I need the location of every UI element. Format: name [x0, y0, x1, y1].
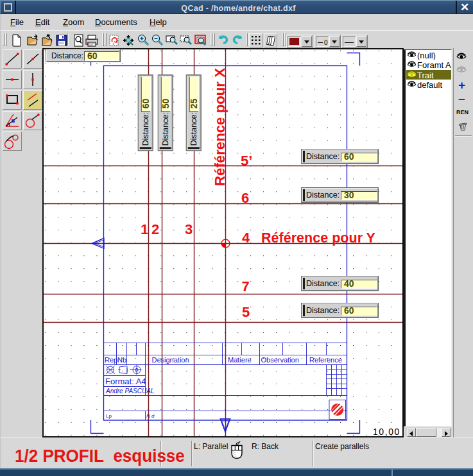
svg-text:Observation: Observation	[261, 356, 299, 364]
svg-text:1: 1	[141, 221, 148, 237]
svg-text:Référence pour Y: Référence pour Y	[261, 230, 375, 246]
svg-text:5: 5	[242, 304, 250, 320]
svg-text:Designation: Designation	[152, 356, 189, 364]
svg-text:4: 4	[242, 230, 250, 246]
svg-text:N d: N d	[146, 413, 155, 419]
svg-text:Matiere: Matiere	[228, 356, 252, 364]
svg-text:Lp: Lp	[106, 413, 112, 419]
svg-text:Référence pour X: Référence pour X	[212, 68, 228, 186]
svg-text:10,00: 10,00	[373, 427, 400, 437]
svg-text:3: 3	[185, 221, 193, 237]
svg-text:Nb: Nb	[117, 356, 126, 364]
svg-text:2: 2	[151, 221, 159, 237]
svg-text:Reference: Reference	[309, 356, 342, 364]
svg-text:Rep: Rep	[105, 356, 117, 364]
svg-text:Andre PASCUAL: Andre PASCUAL	[105, 387, 154, 395]
svg-text:5’: 5’	[241, 153, 252, 169]
svg-text:6: 6	[241, 190, 249, 206]
svg-text:7: 7	[241, 278, 249, 294]
svg-text:Format: A4: Format: A4	[105, 377, 146, 386]
